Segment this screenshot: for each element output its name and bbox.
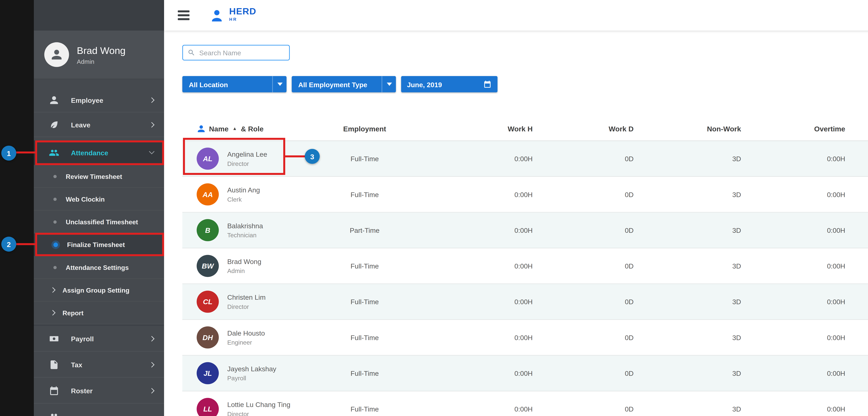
sidebar-item-label: Tax <box>71 360 82 368</box>
logo-sub: HR <box>229 15 256 24</box>
sidebar-subitem-web-clockin[interactable]: Web Clockin <box>34 188 164 211</box>
sidebar-item-label: Roster <box>71 386 93 394</box>
employee-name: Jayesh Lakshay <box>227 365 276 373</box>
table-row[interactable]: JL Jayesh LakshayPayroll Full-Time 0:00H… <box>182 356 868 391</box>
sidebar-item-attendance[interactable]: Attendance <box>34 140 164 165</box>
chevron-right-icon <box>149 362 155 367</box>
chevron-down-icon <box>149 149 155 154</box>
employee-name: Dale Housto <box>227 328 265 337</box>
work-d-cell: 0D <box>534 334 635 341</box>
chevron-right-icon <box>149 336 155 341</box>
non-work-cell: 3D <box>635 155 742 163</box>
month-filter-value: June, 2019 <box>407 80 483 88</box>
column-header-employment: Employment <box>312 125 416 132</box>
overtime-cell: 0:00H <box>742 334 846 341</box>
table-row[interactable]: CL Christen LimDirector Full-Time 0:00H … <box>182 284 868 320</box>
deductible-cell: 0:00H <box>846 369 868 377</box>
employment-type-filter[interactable]: All Employment Type <box>292 76 396 92</box>
month-filter[interactable]: June, 2019 <box>401 76 498 92</box>
deductible-cell: 0:00H <box>846 298 868 306</box>
sidebar-item-partial[interactable] <box>34 404 164 416</box>
table-row[interactable]: AL Angelina LeeDirector Full-Time 0:00H … <box>182 141 868 177</box>
location-filter[interactable]: All Location <box>182 76 286 92</box>
sidebar-item-employee[interactable]: Employee <box>34 88 164 112</box>
overtime-cell: 0:00H <box>742 155 846 163</box>
employee-role: Admin <box>227 266 261 275</box>
avatar: CL <box>197 291 219 313</box>
work-h-cell: 0:00H <box>417 190 534 198</box>
content: All Location All Employment Type June, 2… <box>164 31 868 416</box>
sidebar-item-assign-group-setting[interactable]: Assign Group Setting <box>34 279 164 302</box>
column-header-name[interactable]: Name ▲ & Role <box>182 124 312 133</box>
work-h-cell: 0:00H <box>417 405 534 413</box>
profile-name: Brad Wong <box>77 44 125 56</box>
main-area: HERD HR Welcome, Brad Wong <box>164 0 868 416</box>
sidebar-subitem-unclassified-timesheet[interactable]: Unclassified Timesheet <box>34 211 164 233</box>
overtime-cell: 0:00H <box>742 190 846 198</box>
avatar: B <box>197 219 219 241</box>
employee-name: Lottie Lu Chang Ting <box>227 400 290 409</box>
sidebar-menu: Employee Leave Attendance Review Timeshe… <box>34 79 164 416</box>
chevron-right-icon <box>50 287 56 293</box>
work-d-cell: 0D <box>534 190 635 198</box>
bullet-icon <box>54 220 57 223</box>
work-d-cell: 0D <box>534 298 635 306</box>
sidebar-subitem-finalize-timesheet[interactable]: Finalize Timesheet <box>34 234 164 256</box>
employee-name: Christen Lim <box>227 293 266 302</box>
work-d-cell: 0D <box>534 226 635 234</box>
table-row[interactable]: DH Dale HoustoEngineer Full-Time 0:00H 0… <box>182 320 868 355</box>
menu-toggle-button[interactable] <box>178 11 190 20</box>
employment-type-filter-value: All Employment Type <box>292 80 381 88</box>
work-h-cell: 0:00H <box>417 155 534 163</box>
search-input[interactable] <box>199 49 284 57</box>
sidebar-subitem-review-timesheet[interactable]: Review Timesheet <box>34 165 164 188</box>
avatar: DH <box>197 326 219 349</box>
column-header-work-d: Work D <box>534 125 635 132</box>
avatar: AL <box>197 147 219 170</box>
app-logo: HERD HR <box>209 7 256 24</box>
table-row[interactable]: BW Brad WongAdmin Full-Time 0:00H 0D 3D … <box>182 248 868 284</box>
edge-strip <box>0 0 34 416</box>
bullet-icon <box>54 175 57 178</box>
employment-cell: Full-Time <box>312 405 416 413</box>
document-icon <box>49 359 59 370</box>
chevron-right-icon <box>149 97 155 103</box>
search-icon <box>187 49 195 57</box>
bullet-icon <box>54 266 57 269</box>
deductible-cell: 0:00H <box>846 262 868 270</box>
caret-down-icon <box>386 82 392 86</box>
sidebar-item-roster[interactable]: Roster <box>34 378 164 404</box>
sidebar-item-leave[interactable]: Leave <box>34 112 164 137</box>
sidebar-item-label: Employee <box>71 96 103 104</box>
overtime-cell: 0:00H <box>742 226 846 234</box>
sidebar-item-payroll[interactable]: Payroll <box>34 326 164 352</box>
employee-role: Clerk <box>227 195 260 203</box>
sidebar-item-report[interactable]: Report <box>34 302 164 324</box>
location-filter-value: All Location <box>182 80 272 88</box>
avatar: JL <box>197 362 219 384</box>
sidebar-item-label: Assign Group Setting <box>62 286 129 293</box>
column-header-overtime: Overtime <box>742 125 846 132</box>
table-row[interactable]: LL Lottie Lu Chang TingDirector Full-Tim… <box>182 391 868 416</box>
people-group-icon <box>49 411 59 416</box>
calendar-icon <box>483 80 492 89</box>
sidebar-divider <box>34 324 164 326</box>
employment-cell: Part-Time <box>312 226 416 234</box>
sidebar-subitem-attendance-settings[interactable]: Attendance Settings <box>34 256 164 279</box>
employment-cell: Full-Time <box>312 190 416 198</box>
work-h-cell: 0:00H <box>417 298 534 306</box>
calendar-icon <box>49 385 59 395</box>
caret-down-icon <box>277 82 282 86</box>
employee-role: Engineer <box>227 338 265 346</box>
column-header-deductible: Deductible <box>846 125 868 132</box>
sidebar-subitem-label: Web Clockin <box>66 195 105 203</box>
table-row[interactable]: B BalakrishnaTechnician Part-Time 0:00H … <box>182 213 868 248</box>
employee-role: Payroll <box>227 374 276 382</box>
sidebar-item-tax[interactable]: Tax <box>34 352 164 378</box>
table-row[interactable]: AA Austin AngClerk Full-Time 0:00H 0D 3D… <box>182 177 868 212</box>
non-work-cell: 3D <box>635 334 742 341</box>
deductible-cell: 0:00H <box>846 190 868 198</box>
non-work-cell: 3D <box>635 298 742 306</box>
banknote-icon <box>49 333 59 344</box>
chevron-right-icon <box>50 310 56 315</box>
